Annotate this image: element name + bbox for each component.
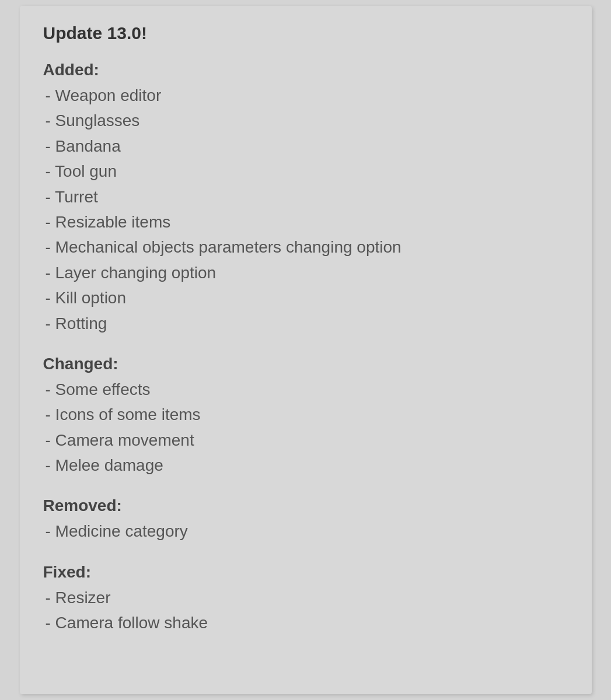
section-added: Added:- Weapon editor- Sunglasses- Banda… — [43, 61, 568, 336]
section-changed-item-0: - Some effects — [43, 377, 568, 402]
section-removed: Removed:- Medicine category — [43, 496, 568, 544]
section-added-item-5: - Resizable items — [43, 209, 568, 235]
section-added-item-2: - Bandana — [43, 134, 568, 159]
section-changed: Changed:- Some effects- Icons of some it… — [43, 355, 568, 478]
section-removed-item-0: - Medicine category — [43, 519, 568, 544]
section-changed-item-1: - Icons of some items — [43, 402, 568, 427]
sections-container: Added:- Weapon editor- Sunglasses- Banda… — [43, 61, 568, 636]
section-fixed-item-0: - Resizer — [43, 585, 568, 610]
section-added-item-8: - Kill option — [43, 285, 568, 310]
section-changed-item-2: - Camera movement — [43, 428, 568, 453]
section-changed-header: Changed: — [43, 355, 568, 373]
section-added-item-4: - Turret — [43, 184, 568, 209]
section-fixed-header: Fixed: — [43, 563, 568, 582]
section-fixed-item-1: - Camera follow shake — [43, 610, 568, 635]
section-added-item-3: - Tool gun — [43, 159, 568, 184]
section-fixed: Fixed:- Resizer- Camera follow shake — [43, 563, 568, 636]
update-title: Update 13.0! — [43, 23, 568, 43]
update-card: Update 13.0! Added:- Weapon editor- Sung… — [20, 6, 592, 694]
section-added-header: Added: — [43, 61, 568, 79]
section-removed-header: Removed: — [43, 496, 568, 515]
section-added-item-1: - Sunglasses — [43, 108, 568, 133]
section-added-item-0: - Weapon editor — [43, 83, 568, 108]
section-added-item-6: - Mechanical objects parameters changing… — [43, 235, 568, 260]
section-changed-item-3: - Melee damage — [43, 453, 568, 478]
section-added-item-7: - Layer changing option — [43, 260, 568, 285]
section-added-item-9: - Rotting — [43, 311, 568, 336]
